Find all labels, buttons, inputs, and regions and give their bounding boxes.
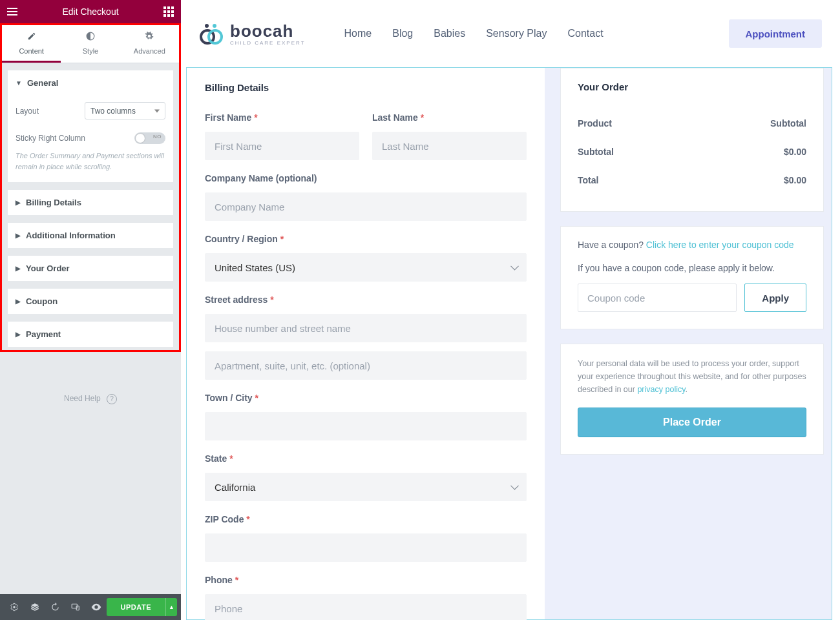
coupon-prompt-text: Have a coupon?	[578, 240, 646, 250]
company-input[interactable]	[205, 192, 527, 221]
order-header-row: Product Subtotal	[578, 109, 806, 138]
order-total-value: $0.00	[784, 175, 806, 185]
country-select[interactable]	[205, 253, 527, 282]
gear-icon	[120, 32, 179, 43]
help-icon: ?	[107, 394, 117, 404]
update-dropdown-caret[interactable]: ▲	[165, 598, 177, 616]
svg-point-5	[213, 24, 216, 28]
appointment-button[interactable]: Appointment	[729, 19, 822, 48]
checkout-widget: Billing Details First Name * Last Name *	[186, 67, 832, 620]
svg-point-1	[13, 606, 16, 608]
coupon-input[interactable]	[578, 284, 737, 312]
zip-label: ZIP Code *	[205, 514, 527, 524]
phone-input[interactable]	[205, 594, 527, 620]
caret-right-icon: ▶	[16, 199, 21, 206]
apply-coupon-button[interactable]: Apply	[744, 284, 806, 312]
order-subtotal-row: Subtotal $0.00	[578, 138, 806, 166]
section-payment: ▶ Payment	[7, 321, 174, 347]
nav-contact[interactable]: Contact	[567, 28, 603, 39]
layout-select-value: Two columns	[90, 107, 136, 116]
order-subtotal-head: Subtotal	[770, 118, 806, 129]
caret-right-icon: ▶	[16, 265, 21, 272]
settings-icon[interactable]	[4, 594, 25, 620]
section-general-title: General	[27, 78, 58, 88]
apps-icon[interactable]	[163, 6, 174, 17]
layout-label: Layout	[16, 107, 39, 116]
order-column: Your Order Product Subtotal Subtotal $0.…	[560, 68, 832, 619]
highlighted-region: Content Style Advanced	[0, 23, 181, 352]
main-nav: Home Blog Babies Sensory Play Contact	[344, 28, 604, 39]
sidebar-header: Edit Checkout	[0, 0, 181, 23]
section-your-order: ▶ Your Order	[7, 255, 174, 282]
section-payment-head[interactable]: ▶ Payment	[8, 322, 173, 347]
site-logo[interactable]: boocah CHILD CARE EXPERT	[199, 21, 306, 46]
section-coupon-head[interactable]: ▶ Coupon	[8, 289, 173, 314]
nav-babies[interactable]: Babies	[434, 28, 465, 39]
row-sticky: Sticky Right Column NO	[16, 126, 165, 150]
first-name-label: First Name *	[205, 112, 359, 123]
contrast-icon	[61, 32, 120, 43]
street2-input[interactable]	[205, 351, 527, 380]
svg-point-4	[205, 24, 209, 28]
place-order-button[interactable]: Place Order	[578, 408, 806, 437]
nav-sensory-play[interactable]: Sensory Play	[486, 28, 547, 39]
state-select[interactable]	[205, 473, 527, 501]
street1-input[interactable]	[205, 314, 527, 342]
toggle-state-label: NO	[153, 134, 162, 140]
billing-title: Billing Details	[205, 82, 527, 93]
tab-advanced-label: Advanced	[134, 47, 165, 55]
state-label: State *	[205, 453, 527, 464]
section-your-order-head[interactable]: ▶ Your Order	[8, 256, 173, 281]
city-label: Town / City *	[205, 393, 527, 403]
coupon-prompt-link[interactable]: Click here to enter your coupon code	[646, 240, 794, 250]
coupon-box: Have a coupon? Click here to enter your …	[560, 226, 824, 329]
last-name-input[interactable]	[372, 132, 527, 160]
tab-advanced[interactable]: Advanced	[120, 25, 179, 63]
caret-right-icon: ▶	[16, 331, 21, 338]
section-additional-head[interactable]: ▶ Additional Information	[8, 223, 173, 248]
sticky-toggle[interactable]: NO	[134, 132, 165, 144]
section-billing-head[interactable]: ▶ Billing Details	[8, 190, 173, 215]
privacy-pre: Your personal data will be used to proce…	[578, 359, 806, 394]
menu-icon[interactable]	[6, 6, 18, 17]
first-name-input[interactable]	[205, 132, 359, 160]
zip-input[interactable]	[205, 533, 527, 562]
section-payment-title: Payment	[26, 329, 61, 339]
privacy-policy-link[interactable]: privacy policy	[637, 385, 685, 394]
navigator-icon[interactable]	[25, 594, 45, 620]
section-general-head[interactable]: ▼ General	[8, 70, 173, 96]
layout-select[interactable]: Two columns	[85, 102, 165, 119]
nav-blog[interactable]: Blog	[392, 28, 413, 39]
row-layout: Layout Two columns	[16, 96, 165, 126]
brand-name: boocah	[230, 21, 306, 41]
preview-icon[interactable]	[86, 594, 107, 620]
order-total-label: Total	[578, 175, 598, 185]
sticky-helper-text: The Order Summary and Payment sections w…	[16, 150, 165, 174]
coupon-hint: If you have a coupon code, please apply …	[578, 263, 806, 273]
tab-style[interactable]: Style	[61, 25, 120, 63]
section-billing-details: ▶ Billing Details	[7, 189, 174, 216]
history-icon[interactable]	[45, 594, 65, 620]
tab-content[interactable]: Content	[2, 25, 61, 63]
order-subtotal-value: $0.00	[784, 147, 806, 157]
section-coupon: ▶ Coupon	[7, 288, 174, 315]
coupon-prompt: Have a coupon? Click here to enter your …	[578, 240, 806, 250]
phone-label: Phone *	[205, 575, 527, 585]
nav-home[interactable]: Home	[344, 28, 372, 39]
order-total-row: Total $0.00	[578, 166, 806, 194]
section-billing-title: Billing Details	[26, 198, 81, 207]
caret-down-icon: ▼	[16, 79, 22, 87]
responsive-icon[interactable]	[65, 594, 86, 620]
sidebar-footer: UPDATE ▲	[0, 594, 181, 620]
city-input[interactable]	[205, 412, 527, 440]
logo-icon	[199, 23, 224, 45]
need-help-link[interactable]: Need Help ?	[0, 394, 181, 404]
tab-style-label: Style	[83, 47, 98, 55]
update-button[interactable]: UPDATE	[107, 598, 165, 616]
section-your-order-title: Your Order	[26, 264, 70, 273]
section-general: ▼ General Layout Two columns Sticky Righ…	[7, 70, 174, 183]
privacy-text: Your personal data will be used to proce…	[578, 357, 806, 396]
sticky-label: Sticky Right Column	[16, 134, 85, 143]
country-label: Country / Region *	[205, 234, 527, 244]
update-button-group: UPDATE ▲	[107, 598, 177, 616]
